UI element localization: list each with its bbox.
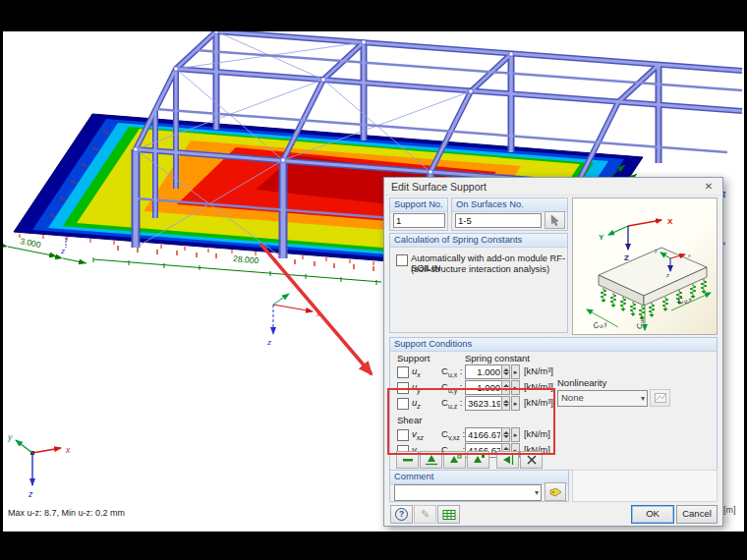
cuz-more-button[interactable]: ▸ [511,396,520,411]
spring-constant-column-header: Spring constant [465,353,530,364]
vxz-checkbox[interactable] [397,429,409,441]
nonlinearity-select[interactable]: None ▾ [557,390,648,407]
svg-text:Y: Y [599,233,604,242]
comment-caption: Comment [390,471,568,484]
units-button[interactable] [437,505,460,524]
on-surfaces-group: On Surfaces No. [451,197,568,231]
cux-value-input[interactable] [465,364,503,379]
support-column-header: Support [397,353,430,364]
dialog-titlebar[interactable]: Edit Surface Support ✕ [384,178,722,196]
nonlinearity-edit-button[interactable] [650,389,670,407]
units-grid-icon [442,509,456,521]
hinged-support-icon [425,454,438,466]
pick-surfaces-button[interactable] [545,211,565,229]
comment-tag-button[interactable] [545,482,566,501]
chevron-down-icon: ▾ [535,488,539,497]
cuz-spinner[interactable] [501,396,510,411]
pencil-icon: ✎ [421,508,430,521]
chevron-down-icon: ▾ [641,394,645,403]
comment-side-panel [572,470,718,502]
rotate-support-button[interactable] [496,451,519,469]
tag-icon [549,487,562,497]
ux-checkbox[interactable] [397,366,409,378]
support-no-caption: Support No. [390,198,447,212]
svg-text:z: z [266,338,271,347]
rotated-support-icon [501,454,515,466]
svg-text:z: z [60,247,65,255]
slab-corner-z-axis: z [60,238,66,255]
svg-text:z: z [665,272,669,278]
svg-text:Cu,z: Cu,z [635,315,645,329]
svg-text:Cu,y: Cu,y [592,316,609,332]
support-yz-icon [472,454,486,466]
support-xz-icon [448,454,462,466]
cvxz-more-button[interactable]: ▸ [511,427,520,442]
svg-text:Cu,x: Cu,x [676,292,694,307]
svg-text:z: z [28,489,33,499]
delete-support-button[interactable] [520,451,543,469]
support-xz-button[interactable] [443,451,466,469]
cancel-button[interactable]: Cancel [676,505,718,524]
support-conditions-group: Support Conditions Support Spring consta… [389,337,718,471]
comment-group: Comment ▾ [389,470,569,502]
rf-soilin-label-line2: (soil-structure interaction analysis) [411,264,549,274]
cuz-value-input[interactable] [465,396,503,411]
help-icon: ? [395,508,408,521]
svg-text:y: y [7,432,13,442]
annotation-arrow [260,244,372,374]
edit-button[interactable]: ✎ [414,505,436,524]
help-button[interactable]: ? [390,505,413,524]
dimension-28m: 28.000 [93,253,381,285]
global-axis-triad: x y z [7,432,71,499]
rf-soilin-checkbox[interactable] [396,254,408,266]
cuy-spinner[interactable] [501,380,510,395]
cvxz-spinner[interactable] [501,427,510,442]
svg-text:X: X [667,217,673,226]
spring-constants-group: Calculation of Spring Constants Automati… [389,233,568,333]
ok-button[interactable]: OK [631,505,674,524]
support-yz-button[interactable] [467,451,489,469]
cux-spinner[interactable] [501,364,510,379]
uz-checkbox[interactable] [397,398,409,410]
cuy-more-button[interactable]: ▸ [511,380,520,395]
edit-surface-support-dialog: Edit Surface Support ✕ Support No. On Su… [383,177,723,527]
delete-x-icon [525,454,539,466]
spring-constants-caption: Calculation of Spring Constants [390,234,567,248]
status-unit-label: [m] [723,505,736,515]
row-ux: ux Cu,x ▸ [kN/m³] [390,365,715,379]
none-support-icon [401,454,415,466]
support-diagram: X Y Z x y z Cu,y Cu,z Cu,x [573,198,717,334]
comment-combobox[interactable]: ▾ [394,484,542,501]
svg-text:3.000: 3.000 [20,236,42,250]
row-vxz: vxz Cv,xz ▸ [kN/m] [390,428,715,442]
support-no-group: Support No. [389,197,448,231]
nonlinearity-label: Nonlinearity [557,377,606,388]
diagram-icon [655,393,666,403]
status-result-summary: Max u-z: 8.7, Min u-z: 0.2 mm [8,508,125,518]
cux-more-button[interactable]: ▸ [511,364,520,379]
cuy-value-input[interactable] [465,380,503,395]
on-surfaces-caption: On Surfaces No. [452,198,567,212]
dimension-3m: 3.000 [8,236,86,263]
cursor-pick-icon [550,215,560,226]
svg-text:Z: Z [624,253,629,262]
dialog-title: Edit Surface Support [391,181,487,193]
svg-text:x: x [687,252,691,258]
surface-axes-marker: x z [266,294,321,347]
support-conditions-caption: Support Conditions [390,338,717,352]
svg-text:x: x [65,445,71,455]
close-icon[interactable]: ✕ [697,179,720,194]
support-preview-panel: X Y Z x y z Cu,y Cu,z Cu,x [572,197,718,335]
uy-checkbox[interactable] [397,382,409,394]
no-support-button[interactable] [396,451,419,469]
shear-section-header: Shear [397,415,422,425]
svg-text:28.000: 28.000 [233,253,259,265]
support-no-input[interactable] [393,213,445,228]
hinged-support-button[interactable] [420,451,442,469]
cvxz-value-input[interactable] [465,427,503,442]
on-surfaces-input[interactable] [455,213,542,228]
